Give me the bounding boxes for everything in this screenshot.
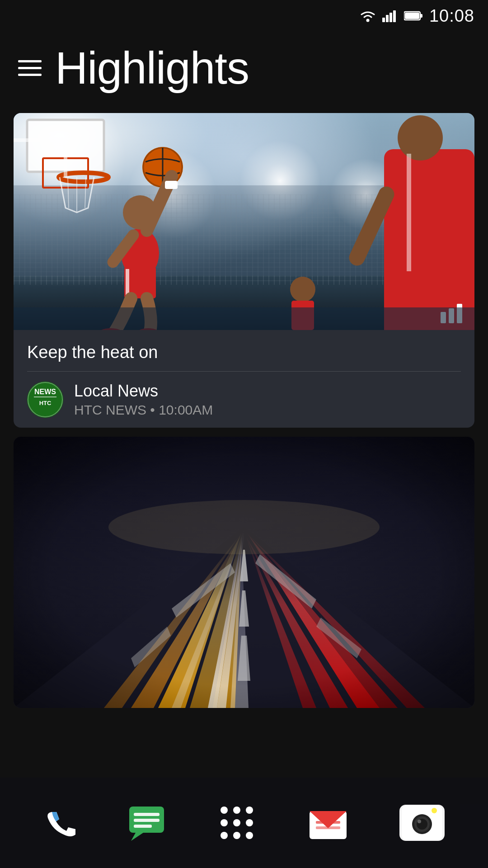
svg-rect-28 — [384, 149, 474, 285]
camera-icon — [399, 805, 445, 841]
svg-rect-78 — [316, 821, 340, 824]
source-info: Local News HTC NEWS • 10:00AM — [74, 382, 213, 418]
page-title: Highlights — [55, 42, 249, 94]
dot — [233, 807, 240, 814]
svg-rect-27 — [165, 181, 178, 189]
dot — [233, 832, 240, 839]
dot — [246, 807, 253, 814]
card-source: NEWS HTC Local News HTC NEWS • 10:00AM — [14, 372, 474, 428]
menu-button[interactable] — [18, 60, 42, 76]
dot — [221, 819, 228, 826]
svg-rect-71 — [134, 819, 160, 822]
svg-rect-7 — [405, 13, 419, 19]
source-logo: NEWS HTC — [27, 382, 63, 418]
phone-icon — [44, 807, 76, 839]
svg-point-84 — [418, 820, 421, 823]
dot — [221, 807, 228, 814]
nav-phone[interactable] — [44, 807, 76, 839]
svg-line-32 — [357, 194, 386, 258]
battery-icon — [404, 10, 423, 21]
nav-messages[interactable] — [127, 805, 166, 841]
nav-mail[interactable] — [308, 805, 348, 841]
svg-rect-22 — [126, 269, 129, 296]
svg-rect-3 — [389, 13, 392, 22]
svg-point-33 — [290, 277, 315, 302]
nav-apps[interactable] — [217, 803, 257, 843]
basketball-card[interactable]: Keep the heat on NEWS HTC Local News HTC… — [14, 113, 474, 428]
apps-grid — [217, 803, 257, 843]
dot — [221, 832, 228, 839]
status-time: 10:08 — [429, 6, 474, 26]
dot — [246, 832, 253, 839]
status-icons: 10:08 — [360, 6, 474, 26]
svg-point-29 — [398, 115, 443, 160]
messages-icon — [127, 805, 166, 841]
nav-camera[interactable] — [399, 805, 445, 841]
svg-rect-2 — [386, 15, 389, 22]
source-meta: HTC NEWS • 10:00AM — [74, 402, 213, 418]
wifi-icon — [360, 9, 376, 22]
dot — [233, 819, 240, 826]
svg-marker-73 — [131, 833, 143, 841]
svg-text:HTC: HTC — [39, 400, 52, 406]
svg-rect-38 — [14, 307, 474, 330]
status-bar: 10:08 — [0, 0, 488, 32]
highway-scene — [14, 437, 474, 708]
svg-rect-4 — [393, 10, 396, 22]
svg-rect-6 — [420, 14, 422, 18]
svg-point-86 — [432, 808, 437, 813]
svg-rect-1 — [382, 18, 385, 22]
card-caption: Keep the heat on — [14, 330, 474, 371]
svg-rect-70 — [134, 813, 160, 816]
dot — [246, 819, 253, 826]
svg-rect-85 — [415, 807, 429, 813]
main-content: Keep the heat on NEWS HTC Local News HTC… — [0, 104, 488, 778]
signal-icon — [382, 9, 398, 22]
bottom-nav — [0, 778, 488, 868]
mail-icon — [308, 805, 348, 841]
svg-rect-72 — [134, 825, 152, 828]
svg-rect-30 — [407, 154, 411, 280]
svg-rect-79 — [316, 826, 340, 829]
highway-card[interactable] — [14, 437, 474, 708]
svg-text:NEWS: NEWS — [34, 388, 56, 396]
header: Highlights — [0, 32, 488, 104]
svg-point-0 — [366, 19, 369, 22]
svg-rect-68 — [14, 437, 474, 708]
basketball-image — [14, 113, 474, 330]
source-name: Local News — [74, 382, 213, 401]
